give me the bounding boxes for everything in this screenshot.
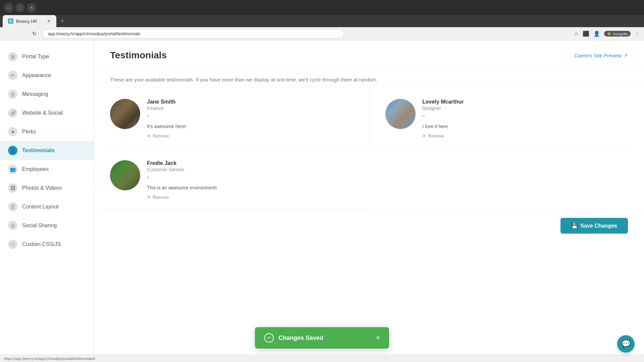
address-bar[interactable]: app.breezy.hr/app/c/moodjoy/portal/testi… [42,29,344,39]
avatar-lovely-mcarthur [385,99,416,129]
sidebar-label-portal-type: Portal Type [22,54,49,60]
sidebar-item-content-layout[interactable]: ☰ Content Layout [0,197,94,216]
social-sharing-icon: ◎ [8,221,17,230]
tab-label: Breezy HR [16,19,37,24]
testimonial-role-1: Finance [147,106,358,111]
remove-btn-3[interactable]: ✕ Remove [147,195,358,200]
status-url: https://app.breezy.hr/app/c/moodjoy/port… [4,357,95,361]
website-social-icon: 🔗 [8,108,17,118]
sidebar-item-messaging[interactable]: ◎ Messaging [0,85,94,104]
photos-videos-icon: 🖼 [8,183,17,193]
testimonial-name-3: Fredie Jack [147,160,358,166]
remove-btn-2[interactable]: ✕ Remove [422,133,628,138]
app-layout: ⊞ Portal Type ✏ Appearance ◎ Messaging 🔗… [0,41,644,362]
testimonial-card-1: Jane Smith Finance “ It's awesome here! … [110,87,369,148]
sidebar: ⊞ Portal Type ✏ Appearance ◎ Messaging 🔗… [0,41,94,362]
employees-icon: 👥 [8,165,17,174]
testimonials-icon: 👤 [8,146,17,155]
testimonial-card-3: Fredie Jack Customer Service “ This is a… [110,148,369,209]
sidebar-label-employees: Employees [22,166,49,172]
appearance-icon: ✏ [8,71,17,80]
avatar-image-2 [385,99,416,129]
testimonial-quote-1: It's awesome here! [147,123,358,130]
content-inner: Testimonials Careers Site Preview ↗ Thes… [94,41,644,242]
testimonial-role-3: Customer Service [147,167,358,172]
sidebar-item-custom-css[interactable]: { } Custom CSS/JS [0,235,94,254]
avatar-image-1 [110,99,140,129]
testimonial-quote-3: This is an awesome environment! [147,184,358,191]
testimonial-body-1: Jane Smith Finance “ It's awesome here! … [147,99,358,138]
tab-favicon: B [8,18,13,24]
forward-btn[interactable]: → [17,29,26,39]
save-label: Save Changes [581,223,617,229]
perks-icon: ★ [8,127,17,136]
extensions-btn[interactable]: ⬛ [583,31,589,37]
browser-chrome: — □ ✕ [0,0,644,15]
avatar-image-3 [110,160,140,190]
section-description: These are your available testimonials. I… [94,68,644,87]
sidebar-label-perks: Perks [22,129,36,135]
avatar-jane-smith [110,99,140,129]
menu-btn[interactable]: ⋮ [635,31,640,37]
active-tab[interactable]: B Breezy HR ✕ [3,15,56,27]
sidebar-item-employees[interactable]: 👥 Employees [0,160,94,179]
content-layout-icon: ☰ [8,202,17,212]
sidebar-item-website-social[interactable]: 🔗 Website & Social [0,104,94,122]
sidebar-label-website-social: Website & Social [22,110,63,116]
testimonials-grid: Jane Smith Finance “ It's awesome here! … [94,87,644,209]
sidebar-item-portal-type[interactable]: ⊞ Portal Type [0,47,94,66]
external-link-icon: ↗ [624,52,628,58]
new-tab-btn[interactable]: + [58,16,67,26]
back-btn[interactable]: ← [4,29,13,39]
sidebar-label-appearance: Appearance [22,72,51,78]
window-controls[interactable]: — □ ✕ [4,3,36,12]
sidebar-item-testimonials[interactable]: 👤 Testimonials [0,141,94,160]
sidebar-label-custom-css: Custom CSS/JS [22,241,61,247]
save-icon: 💾 [571,223,578,229]
action-bar: 💾 Save Changes [94,209,644,242]
quote-mark-1: “ [147,114,358,122]
testimonial-card-2: Lovely Mcarthur Designer “ I love it her… [369,87,628,148]
sidebar-item-photos-videos[interactable]: 🖼 Photos & Videos [0,179,94,197]
careers-preview-link[interactable]: Careers Site Preview ↗ [574,52,628,58]
custom-css-icon: { } [8,240,17,249]
close-btn[interactable]: ✕ [27,3,36,12]
testimonial-name-1: Jane Smith [147,99,358,105]
sidebar-item-social-sharing[interactable]: ◎ Social Sharing [0,216,94,235]
bookmark-btn[interactable]: ☆ [574,31,579,37]
address-bar-row: ← → ↻ app.breezy.hr/app/c/moodjoy/portal… [0,27,644,41]
page-title: Testimonials [110,50,167,61]
browser-toolbar-right: ☆ ⬛ 👤 🕵 Incognito ⋮ [574,31,640,37]
sidebar-item-appearance[interactable]: ✏ Appearance [0,66,94,85]
tab-bar: B Breezy HR ✕ + [0,15,644,27]
remove-btn-1[interactable]: ✕ Remove [147,133,358,138]
chat-fab-icon: 💬 [622,340,631,348]
remove-icon-2: ✕ [422,133,426,138]
toast-close-btn[interactable]: × [376,335,380,342]
reload-btn[interactable]: ↻ [30,29,39,39]
portal-type-icon: ⊞ [8,52,17,61]
quote-mark-3: “ [147,176,358,183]
toast-check-icon: ✓ [264,333,274,343]
avatar-fredie-jack [110,160,140,190]
testimonial-name-2: Lovely Mcarthur [422,99,628,105]
testimonial-body-3: Fredie Jack Customer Service “ This is a… [147,160,358,200]
tab-close-btn[interactable]: ✕ [47,18,51,24]
incognito-icon: 🕵 [607,32,611,36]
messaging-icon: ◎ [8,89,17,99]
minimize-btn[interactable]: — [4,3,13,12]
profile-btn[interactable]: 👤 [593,31,600,37]
status-bar: https://app.breezy.hr/app/c/moodjoy/port… [0,355,644,362]
remove-icon-1: ✕ [147,133,151,138]
chat-fab-button[interactable]: 💬 [617,335,635,353]
sidebar-label-content-layout: Content Layout [22,204,59,210]
sidebar-item-perks[interactable]: ★ Perks [0,122,94,141]
page-header: Testimonials Careers Site Preview ↗ [94,41,644,68]
sidebar-label-photos-videos: Photos & Videos [22,185,62,191]
save-changes-button[interactable]: 💾 Save Changes [560,218,628,234]
testimonial-body-2: Lovely Mcarthur Designer “ I love it her… [422,99,628,138]
quote-mark-2: “ [422,114,628,122]
sidebar-label-social-sharing: Social Sharing [22,223,57,229]
maximize-btn[interactable]: □ [15,3,25,12]
testimonial-quote-2: I love it here [422,123,628,130]
